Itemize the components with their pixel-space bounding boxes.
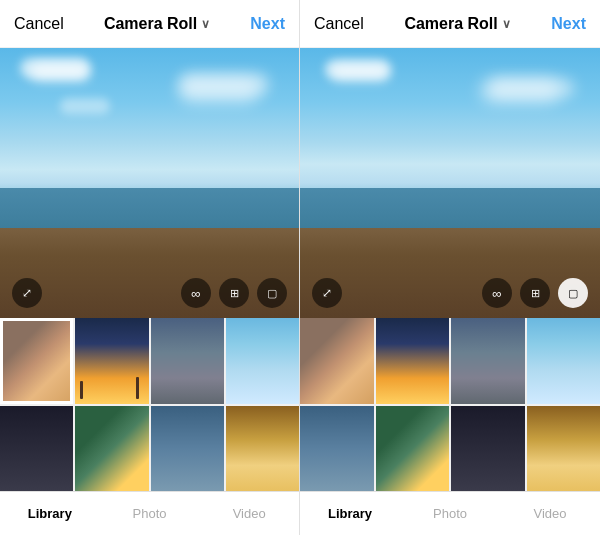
thumbnail-grid-left (0, 318, 299, 491)
header-left: Cancel Camera Roll ∨ Next (0, 0, 299, 48)
thumb-3-left[interactable] (151, 318, 224, 404)
mode-buttons-right: ∞ ⊞ ▢ (482, 278, 588, 308)
thumb-6-left[interactable] (75, 406, 148, 492)
nav-library-left[interactable]: Library (0, 496, 100, 531)
chevron-down-icon-left: ∨ (201, 17, 210, 31)
bottom-nav-left: Library Photo Video (0, 491, 299, 535)
thumb-1-left[interactable] (0, 318, 73, 404)
thumb-8-right[interactable] (527, 406, 601, 492)
cancel-button-left[interactable]: Cancel (14, 15, 64, 33)
panel-right: Cancel Camera Roll ∨ Next ⤢ ∞ (300, 0, 600, 535)
main-image-left: ⤢ ∞ ⊞ ▢ (0, 48, 299, 318)
thumb-7-right[interactable] (451, 406, 525, 492)
thumb-4-left[interactable] (226, 318, 299, 404)
thumb-7-left[interactable] (151, 406, 224, 492)
thumb-5-left[interactable] (0, 406, 73, 492)
expand-button-right[interactable]: ⤢ (312, 278, 342, 308)
next-button-right[interactable]: Next (551, 15, 586, 33)
bottom-nav-right: Library Photo Video (300, 491, 600, 535)
thumb-2-right[interactable] (376, 318, 450, 404)
thumb-3-right[interactable] (451, 318, 525, 404)
thumb-8-left[interactable] (226, 406, 299, 492)
mode-buttons-left: ∞ ⊞ ▢ (181, 278, 287, 308)
album-title-right[interactable]: Camera Roll ∨ (404, 15, 510, 33)
infinite-button-left[interactable]: ∞ (181, 278, 211, 308)
thumb-6-right[interactable] (376, 406, 450, 492)
thumb-2-left[interactable] (75, 318, 148, 404)
chevron-down-icon-right: ∨ (502, 17, 511, 31)
square-button-left[interactable]: ▢ (257, 278, 287, 308)
thumb-5-right[interactable] (300, 406, 374, 492)
thumb-1-right[interactable] (300, 318, 374, 404)
main-image-right: ⤢ ∞ ⊞ ▢ (300, 48, 600, 318)
image-controls-right: ⤢ ∞ ⊞ ▢ (300, 278, 600, 308)
nav-library-right[interactable]: Library (300, 496, 400, 531)
panel-left: Cancel Camera Roll ∨ Next ⤢ ∞ (0, 0, 300, 535)
nav-photo-right[interactable]: Photo (400, 496, 500, 531)
grid-button-right[interactable]: ⊞ (520, 278, 550, 308)
square-button-right[interactable]: ▢ (558, 278, 588, 308)
cancel-button-right[interactable]: Cancel (314, 15, 364, 33)
image-controls-left: ⤢ ∞ ⊞ ▢ (0, 278, 299, 308)
next-button-left[interactable]: Next (250, 15, 285, 33)
album-title-left[interactable]: Camera Roll ∨ (104, 15, 210, 33)
header-right: Cancel Camera Roll ∨ Next (300, 0, 600, 48)
nav-video-right[interactable]: Video (500, 496, 600, 531)
thumb-4-right[interactable] (527, 318, 601, 404)
nav-video-left[interactable]: Video (199, 496, 299, 531)
nav-photo-left[interactable]: Photo (100, 496, 200, 531)
expand-button-left[interactable]: ⤢ (12, 278, 42, 308)
infinite-button-right[interactable]: ∞ (482, 278, 512, 308)
thumbnail-grid-right (300, 318, 600, 491)
grid-button-left[interactable]: ⊞ (219, 278, 249, 308)
